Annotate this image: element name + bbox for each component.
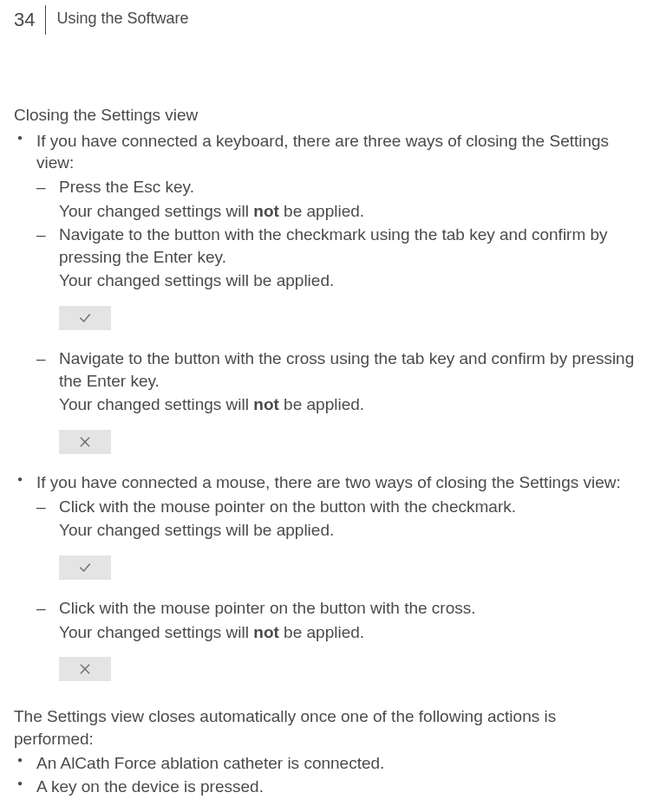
- kb-check-item: Navigate to the button with the checkmar…: [36, 224, 639, 346]
- kb-esc-item: Press the Esc key. Your changed settings…: [36, 176, 639, 222]
- checkmark-icon: [78, 311, 92, 325]
- auto-close-item: An AlCath Force ablation catheter is con…: [14, 752, 639, 775]
- section-title: Closing the Settings view: [14, 104, 639, 127]
- kb-cross-line2: Your changed settings will not be applie…: [59, 393, 639, 416]
- cross-button[interactable]: [59, 657, 111, 681]
- auto-close-list: An AlCath Force ablation catheter is con…: [14, 752, 639, 798]
- auto-close-item: A key on the device is pressed.: [14, 776, 639, 798]
- mouse-cross-line2: Your changed settings will not be applie…: [59, 621, 639, 644]
- cross-button[interactable]: [59, 430, 111, 454]
- kb-check-line1: Navigate to the button with the checkmar…: [59, 224, 639, 268]
- kb-check-line2: Your changed settings will be applied.: [59, 270, 639, 292]
- checkmark-button[interactable]: [59, 306, 111, 330]
- kb-cross-item: Navigate to the button with the cross us…: [36, 348, 639, 470]
- kb-esc-line2: Your changed settings will not be applie…: [59, 200, 639, 223]
- keyboard-sublist: Press the Esc key. Your changed settings…: [36, 176, 639, 470]
- top-bullet-list: If you have connected a keyboard, there …: [14, 130, 639, 698]
- mouse-intro: If you have connected a mouse, there are…: [36, 471, 639, 494]
- auto-close-intro: The Settings view closes automatically o…: [14, 705, 639, 750]
- checkmark-button[interactable]: [59, 555, 111, 580]
- mouse-cross-line1: Click with the mouse pointer on the butt…: [59, 597, 639, 620]
- mouse-check-line1: Click with the mouse pointer on the butt…: [59, 496, 639, 518]
- mouse-check-item: Click with the mouse pointer on the butt…: [36, 496, 639, 595]
- kb-esc-line1: Press the Esc key.: [59, 176, 639, 198]
- kb-cross-line1: Navigate to the button with the cross us…: [59, 348, 639, 392]
- bullet-mouse: If you have connected a mouse, there are…: [14, 471, 639, 697]
- page-number: 34: [14, 7, 35, 33]
- cross-icon: [78, 662, 92, 676]
- keyboard-intro: If you have connected a keyboard, there …: [36, 130, 639, 174]
- cross-icon: [78, 435, 92, 449]
- mouse-check-line2: Your changed settings will be applied.: [59, 519, 639, 542]
- chapter-title: Using the Software: [56, 7, 188, 29]
- header-divider: [45, 5, 46, 35]
- page-header: 34 Using the Software: [14, 7, 639, 35]
- bullet-keyboard: If you have connected a keyboard, there …: [14, 130, 639, 470]
- mouse-sublist: Click with the mouse pointer on the butt…: [36, 496, 639, 698]
- checkmark-icon: [78, 561, 92, 575]
- mouse-cross-item: Click with the mouse pointer on the butt…: [36, 597, 639, 697]
